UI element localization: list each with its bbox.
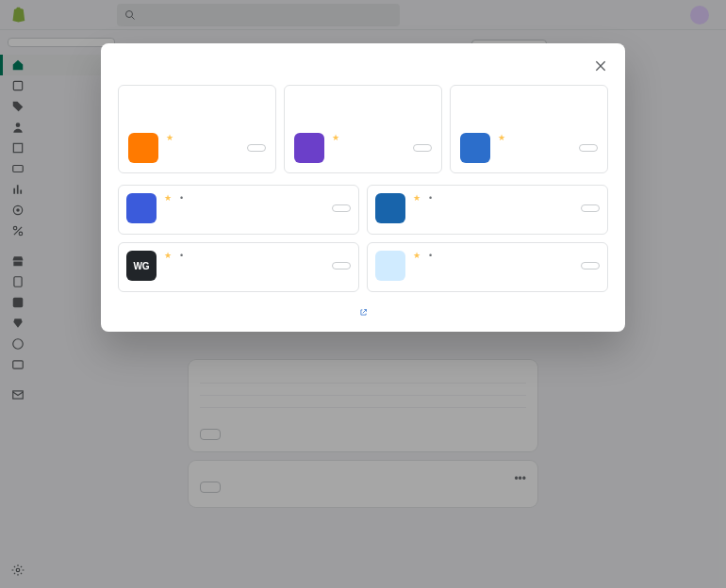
- app-icon: [375, 193, 405, 223]
- app-card: ★ •: [367, 185, 608, 235]
- picked-for-you-modal: ★ ★: [101, 43, 625, 332]
- app-icon: [126, 193, 157, 223]
- star-icon: ★: [498, 133, 505, 142]
- add-button[interactable]: [581, 204, 600, 212]
- featured-app-card: ★: [284, 85, 442, 173]
- app-icon: [460, 133, 490, 163]
- modal-footer: [118, 305, 608, 317]
- app-icon: [128, 133, 158, 163]
- app-card: ★ •: [367, 242, 608, 292]
- app-card: WG ★ •: [118, 242, 359, 292]
- add-button[interactable]: [581, 262, 600, 270]
- star-icon: ★: [413, 193, 421, 203]
- close-icon[interactable]: [593, 58, 608, 74]
- star-icon: ★: [166, 133, 173, 142]
- app-icon: WG: [126, 251, 157, 281]
- app-card: ★ •: [118, 185, 359, 235]
- external-link-icon: [359, 308, 368, 317]
- app-icon: [294, 133, 324, 163]
- add-button[interactable]: [413, 144, 432, 152]
- app-icon: [375, 251, 405, 281]
- app-store-link[interactable]: [359, 305, 368, 317]
- modal-overlay[interactable]: ★ ★: [0, 0, 726, 588]
- add-button[interactable]: [332, 204, 351, 212]
- star-icon: ★: [164, 193, 172, 203]
- add-button[interactable]: [332, 262, 351, 270]
- add-button[interactable]: [579, 144, 598, 152]
- featured-app-card: ★: [118, 85, 276, 173]
- star-icon: ★: [332, 133, 339, 142]
- add-button[interactable]: [247, 144, 266, 152]
- featured-app-card: ★: [450, 85, 608, 173]
- star-icon: ★: [164, 251, 172, 260]
- star-icon: ★: [413, 251, 421, 260]
